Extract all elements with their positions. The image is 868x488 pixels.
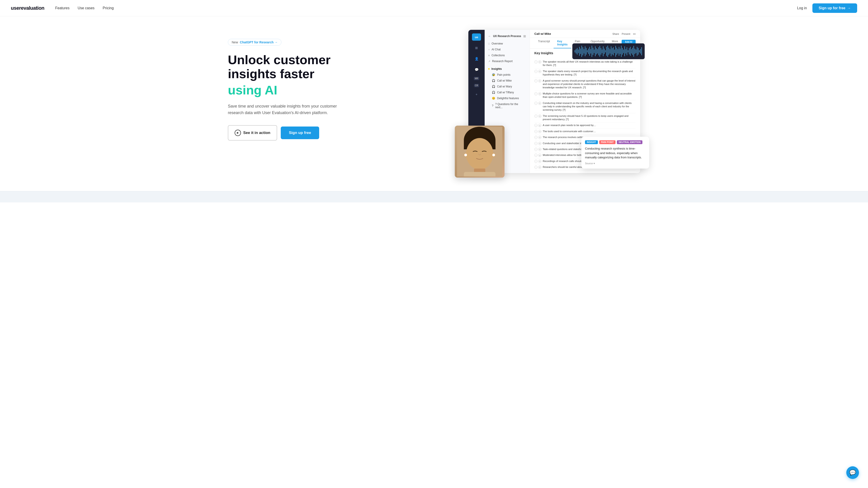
nav-item-collections-label: Collections xyxy=(491,54,505,57)
tag-insight: INSIGHT xyxy=(585,140,598,144)
svg-rect-61 xyxy=(632,48,633,55)
call-mary-label: Call w/ Mary xyxy=(497,85,512,88)
svg-rect-63 xyxy=(634,48,635,54)
copy-icon: ◎ xyxy=(538,79,541,83)
eye-icon: ○ xyxy=(534,142,537,145)
nav-item-pain-points[interactable]: 😰 Pain points xyxy=(485,72,530,78)
hero-buttons: ▶ See it in action Sign up free xyxy=(228,125,341,140)
nav-panel-back[interactable]: ← xyxy=(488,35,491,38)
svg-rect-23 xyxy=(589,47,590,56)
nav-item-questions[interactable]: ? ? Questions for the next... xyxy=(485,101,530,110)
face-placeholder xyxy=(455,126,504,177)
copy-icon: ◎ xyxy=(538,160,541,163)
eye-icon: ○ xyxy=(534,115,537,118)
more-button[interactable]: ••• xyxy=(633,33,636,35)
signup-nav-button[interactable]: Sign up for free xyxy=(812,3,857,13)
nav-panel-title: UX Research Process xyxy=(493,35,521,38)
nav-item-overview[interactable]: □ Overview xyxy=(485,41,530,46)
insight-row: ○◎ The tools used to communicate with cu… xyxy=(534,129,636,134)
sidebar-icon-chat[interactable]: 💬 xyxy=(473,66,480,73)
svg-rect-42 xyxy=(611,46,612,56)
present-button[interactable]: Present xyxy=(622,33,630,35)
copy-icon: ◎ xyxy=(538,130,541,133)
chat-icon: 💬 xyxy=(849,469,856,476)
svg-rect-69 xyxy=(641,47,642,55)
sidebar-icon-home[interactable]: ⊞ xyxy=(473,44,480,52)
section-title-key-insights: Key Insights xyxy=(534,51,553,55)
copy-icon: ◎ xyxy=(538,115,541,118)
overview-icon: □ xyxy=(488,42,490,45)
nav-item-report-label: Research Report xyxy=(492,60,513,63)
nav-links: Features Use cases Pricing xyxy=(55,6,114,10)
eye-icon: ○ xyxy=(534,136,537,139)
nav-item-collections[interactable]: ≡ Collections xyxy=(485,53,530,58)
login-button[interactable]: Log in xyxy=(797,6,807,10)
insight-row: ○◎ A user research plan needs to be appr… xyxy=(534,123,636,128)
hero-right: ue ⊞ 👤 💬 MR CR ＋ ← UX Research Process ⊞ xyxy=(354,30,640,173)
svg-rect-18 xyxy=(584,49,584,54)
svg-rect-9 xyxy=(464,172,495,176)
nav-features[interactable]: Features xyxy=(55,6,69,10)
tooltip-source[interactable]: Source ▾ xyxy=(585,162,646,165)
waveform-svg xyxy=(574,44,644,58)
svg-rect-56 xyxy=(627,47,627,55)
svg-rect-30 xyxy=(597,49,598,54)
svg-rect-54 xyxy=(624,46,625,56)
insight-text-3: A good screener survey should prompt que… xyxy=(543,79,636,90)
nav-left: userevaluation Features Use cases Pricin… xyxy=(11,5,114,11)
insight-text-2: The speaker starts every research projec… xyxy=(543,70,636,76)
svg-rect-38 xyxy=(606,47,607,56)
eye-icon: ○ xyxy=(534,60,537,64)
eye-icon: ○ xyxy=(534,166,537,169)
badge-link[interactable]: ChatGPT for Research → xyxy=(240,40,278,44)
svg-rect-15 xyxy=(580,48,581,54)
insights-label: Insights xyxy=(491,67,502,70)
call-mary-icon: 🎧 xyxy=(492,85,495,88)
svg-rect-58 xyxy=(629,48,629,55)
nav-panel-add[interactable]: ⊞ xyxy=(523,34,526,38)
svg-rect-29 xyxy=(596,48,597,55)
nav-item-report[interactable]: ↗ Research Report xyxy=(485,58,530,64)
nav-item-call-tiffany[interactable]: 🎧 Call w/ Tiffany xyxy=(485,90,530,95)
collections-icon: ≡ xyxy=(488,54,490,57)
app-main-title: Call w/ Mike xyxy=(534,32,551,35)
questions-icon: ? xyxy=(492,104,493,107)
tag-neutral-emotion: NEUTRAL EMOTION xyxy=(617,140,643,144)
tab-key-insights[interactable]: Key Insights xyxy=(554,38,571,48)
tag-pain-point: PAIN POINT xyxy=(599,140,616,144)
face-svg xyxy=(457,127,502,176)
app-main-actions: Share Present ••• xyxy=(612,33,636,35)
svg-rect-40 xyxy=(609,48,609,55)
svg-rect-14 xyxy=(579,47,580,56)
call-mike-icon: 🎧 xyxy=(492,79,495,82)
mockup-container: ue ⊞ 👤 💬 MR CR ＋ ← UX Research Process ⊞ xyxy=(468,30,640,173)
nav-item-call-mike[interactable]: 🎧 Call w/ Mike xyxy=(485,78,530,84)
sidebar-badge-mr[interactable]: MR xyxy=(474,77,479,80)
svg-rect-16 xyxy=(581,46,582,57)
sidebar-icon-plus[interactable]: ＋ xyxy=(473,91,480,98)
svg-rect-64 xyxy=(636,50,636,53)
insight-text-6: The screening survey should have 5-10 qu… xyxy=(543,114,636,121)
hero-headline-1: Unlock customer insights faster xyxy=(228,53,341,80)
svg-rect-13 xyxy=(578,50,579,53)
see-it-in-action-button[interactable]: ▶ See it in action xyxy=(228,125,277,140)
copy-icon: ◎ xyxy=(538,136,541,139)
copy-icon: ◎ xyxy=(538,102,541,105)
new-badge[interactable]: New ChatGPT for Research → xyxy=(228,39,281,46)
chat-button[interactable]: 💬 xyxy=(846,466,859,479)
delightful-label: Delightful features xyxy=(497,97,519,100)
sidebar-badge-cr[interactable]: CR xyxy=(474,84,479,87)
signup-hero-button[interactable]: Sign up free xyxy=(281,127,319,139)
svg-rect-26 xyxy=(593,48,593,55)
nav-item-call-mary[interactable]: 🎧 Call w/ Mary xyxy=(485,84,530,90)
nav-pricing[interactable]: Pricing xyxy=(103,6,114,10)
share-button[interactable]: Share xyxy=(612,33,619,35)
nav-item-delightful[interactable]: 😊 Delightful features xyxy=(485,95,530,101)
logo[interactable]: userevaluation xyxy=(11,5,44,11)
tooltip-card: INSIGHT PAIN POINT NEUTRAL EMOTION Condu… xyxy=(581,137,649,168)
sidebar-icon-user[interactable]: 👤 xyxy=(473,55,480,62)
nav-item-ai-chat[interactable]: ○ AI Chat xyxy=(485,46,530,53)
nav-use-cases[interactable]: Use cases xyxy=(78,6,94,10)
tab-transcript[interactable]: Transcript xyxy=(534,38,554,48)
svg-rect-53 xyxy=(623,50,624,53)
